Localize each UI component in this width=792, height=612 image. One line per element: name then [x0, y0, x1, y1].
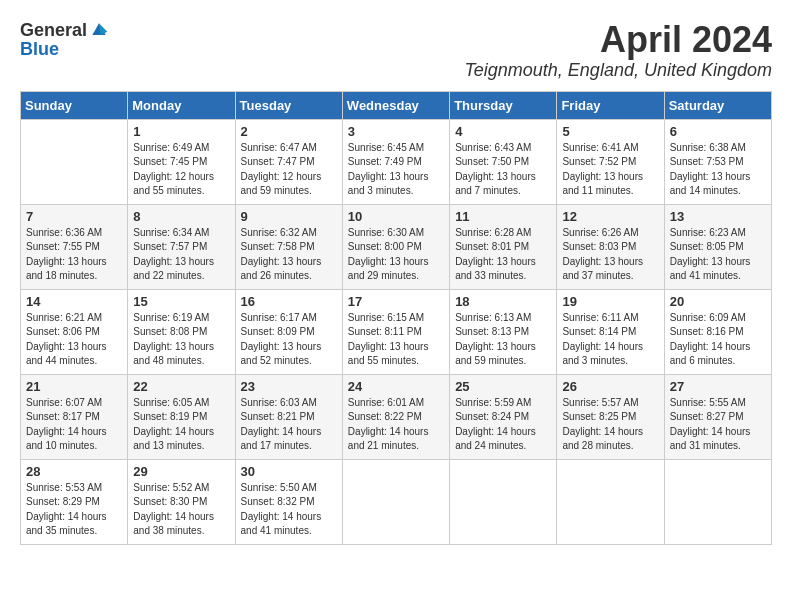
day-number: 26: [562, 379, 658, 394]
cell-content: Sunrise: 6:01 AM Sunset: 8:22 PM Dayligh…: [348, 396, 444, 454]
calendar-cell: 20Sunrise: 6:09 AM Sunset: 8:16 PM Dayli…: [664, 289, 771, 374]
calendar-cell: 11Sunrise: 6:28 AM Sunset: 8:01 PM Dayli…: [450, 204, 557, 289]
day-number: 17: [348, 294, 444, 309]
day-header-sunday: Sunday: [21, 91, 128, 119]
day-number: 13: [670, 209, 766, 224]
day-number: 6: [670, 124, 766, 139]
cell-content: Sunrise: 6:47 AM Sunset: 7:47 PM Dayligh…: [241, 141, 337, 199]
cell-content: Sunrise: 6:43 AM Sunset: 7:50 PM Dayligh…: [455, 141, 551, 199]
cell-content: Sunrise: 6:21 AM Sunset: 8:06 PM Dayligh…: [26, 311, 122, 369]
title-area: April 2024 Teignmouth, England, United K…: [464, 20, 772, 81]
calendar-cell: 2Sunrise: 6:47 AM Sunset: 7:47 PM Daylig…: [235, 119, 342, 204]
calendar-cell: 16Sunrise: 6:17 AM Sunset: 8:09 PM Dayli…: [235, 289, 342, 374]
cell-content: Sunrise: 6:19 AM Sunset: 8:08 PM Dayligh…: [133, 311, 229, 369]
calendar-cell: 12Sunrise: 6:26 AM Sunset: 8:03 PM Dayli…: [557, 204, 664, 289]
calendar-week-5: 28Sunrise: 5:53 AM Sunset: 8:29 PM Dayli…: [21, 459, 772, 544]
day-number: 29: [133, 464, 229, 479]
calendar-cell: 14Sunrise: 6:21 AM Sunset: 8:06 PM Dayli…: [21, 289, 128, 374]
calendar-cell: 4Sunrise: 6:43 AM Sunset: 7:50 PM Daylig…: [450, 119, 557, 204]
calendar-cell: 28Sunrise: 5:53 AM Sunset: 8:29 PM Dayli…: [21, 459, 128, 544]
day-number: 8: [133, 209, 229, 224]
day-number: 1: [133, 124, 229, 139]
day-number: 24: [348, 379, 444, 394]
calendar-cell: 24Sunrise: 6:01 AM Sunset: 8:22 PM Dayli…: [342, 374, 449, 459]
cell-content: Sunrise: 5:53 AM Sunset: 8:29 PM Dayligh…: [26, 481, 122, 539]
calendar-cell: 5Sunrise: 6:41 AM Sunset: 7:52 PM Daylig…: [557, 119, 664, 204]
day-number: 20: [670, 294, 766, 309]
day-number: 21: [26, 379, 122, 394]
calendar-cell: 23Sunrise: 6:03 AM Sunset: 8:21 PM Dayli…: [235, 374, 342, 459]
day-number: 25: [455, 379, 551, 394]
day-number: 10: [348, 209, 444, 224]
calendar-table: SundayMondayTuesdayWednesdayThursdayFrid…: [20, 91, 772, 545]
cell-content: Sunrise: 5:52 AM Sunset: 8:30 PM Dayligh…: [133, 481, 229, 539]
day-number: 22: [133, 379, 229, 394]
cell-content: Sunrise: 5:50 AM Sunset: 8:32 PM Dayligh…: [241, 481, 337, 539]
calendar-cell: 19Sunrise: 6:11 AM Sunset: 8:14 PM Dayli…: [557, 289, 664, 374]
calendar-cell: 21Sunrise: 6:07 AM Sunset: 8:17 PM Dayli…: [21, 374, 128, 459]
day-header-monday: Monday: [128, 91, 235, 119]
cell-content: Sunrise: 6:13 AM Sunset: 8:13 PM Dayligh…: [455, 311, 551, 369]
day-header-thursday: Thursday: [450, 91, 557, 119]
cell-content: Sunrise: 6:09 AM Sunset: 8:16 PM Dayligh…: [670, 311, 766, 369]
day-header-friday: Friday: [557, 91, 664, 119]
day-number: 4: [455, 124, 551, 139]
cell-content: Sunrise: 6:36 AM Sunset: 7:55 PM Dayligh…: [26, 226, 122, 284]
calendar-cell: 9Sunrise: 6:32 AM Sunset: 7:58 PM Daylig…: [235, 204, 342, 289]
cell-content: Sunrise: 6:41 AM Sunset: 7:52 PM Dayligh…: [562, 141, 658, 199]
cell-content: Sunrise: 6:07 AM Sunset: 8:17 PM Dayligh…: [26, 396, 122, 454]
cell-content: Sunrise: 6:45 AM Sunset: 7:49 PM Dayligh…: [348, 141, 444, 199]
day-number: 9: [241, 209, 337, 224]
day-header-wednesday: Wednesday: [342, 91, 449, 119]
calendar-cell: 8Sunrise: 6:34 AM Sunset: 7:57 PM Daylig…: [128, 204, 235, 289]
cell-content: Sunrise: 5:57 AM Sunset: 8:25 PM Dayligh…: [562, 396, 658, 454]
day-header-saturday: Saturday: [664, 91, 771, 119]
calendar-header-row: SundayMondayTuesdayWednesdayThursdayFrid…: [21, 91, 772, 119]
cell-content: Sunrise: 6:11 AM Sunset: 8:14 PM Dayligh…: [562, 311, 658, 369]
cell-content: Sunrise: 5:59 AM Sunset: 8:24 PM Dayligh…: [455, 396, 551, 454]
cell-content: Sunrise: 5:55 AM Sunset: 8:27 PM Dayligh…: [670, 396, 766, 454]
calendar-cell: [450, 459, 557, 544]
cell-content: Sunrise: 6:23 AM Sunset: 8:05 PM Dayligh…: [670, 226, 766, 284]
calendar-week-4: 21Sunrise: 6:07 AM Sunset: 8:17 PM Dayli…: [21, 374, 772, 459]
cell-content: Sunrise: 6:49 AM Sunset: 7:45 PM Dayligh…: [133, 141, 229, 199]
cell-content: Sunrise: 6:28 AM Sunset: 8:01 PM Dayligh…: [455, 226, 551, 284]
day-number: 12: [562, 209, 658, 224]
cell-content: Sunrise: 6:34 AM Sunset: 7:57 PM Dayligh…: [133, 226, 229, 284]
calendar-cell: [21, 119, 128, 204]
day-header-tuesday: Tuesday: [235, 91, 342, 119]
calendar-cell: [557, 459, 664, 544]
location: Teignmouth, England, United Kingdom: [464, 60, 772, 81]
day-number: 11: [455, 209, 551, 224]
calendar-cell: [342, 459, 449, 544]
cell-content: Sunrise: 6:05 AM Sunset: 8:19 PM Dayligh…: [133, 396, 229, 454]
logo-blue: Blue: [20, 39, 59, 59]
calendar-cell: 29Sunrise: 5:52 AM Sunset: 8:30 PM Dayli…: [128, 459, 235, 544]
calendar-week-1: 1Sunrise: 6:49 AM Sunset: 7:45 PM Daylig…: [21, 119, 772, 204]
day-number: 27: [670, 379, 766, 394]
calendar-cell: 26Sunrise: 5:57 AM Sunset: 8:25 PM Dayli…: [557, 374, 664, 459]
logo: General Blue: [20, 20, 109, 59]
calendar-cell: 13Sunrise: 6:23 AM Sunset: 8:05 PM Dayli…: [664, 204, 771, 289]
day-number: 30: [241, 464, 337, 479]
header: General Blue April 2024 Teignmouth, Engl…: [20, 20, 772, 81]
cell-content: Sunrise: 6:03 AM Sunset: 8:21 PM Dayligh…: [241, 396, 337, 454]
cell-content: Sunrise: 6:30 AM Sunset: 8:00 PM Dayligh…: [348, 226, 444, 284]
calendar-cell: 15Sunrise: 6:19 AM Sunset: 8:08 PM Dayli…: [128, 289, 235, 374]
day-number: 28: [26, 464, 122, 479]
calendar-cell: 30Sunrise: 5:50 AM Sunset: 8:32 PM Dayli…: [235, 459, 342, 544]
day-number: 16: [241, 294, 337, 309]
calendar-cell: 3Sunrise: 6:45 AM Sunset: 7:49 PM Daylig…: [342, 119, 449, 204]
calendar-cell: 6Sunrise: 6:38 AM Sunset: 7:53 PM Daylig…: [664, 119, 771, 204]
calendar-cell: 22Sunrise: 6:05 AM Sunset: 8:19 PM Dayli…: [128, 374, 235, 459]
calendar-cell: 1Sunrise: 6:49 AM Sunset: 7:45 PM Daylig…: [128, 119, 235, 204]
cell-content: Sunrise: 6:32 AM Sunset: 7:58 PM Dayligh…: [241, 226, 337, 284]
calendar-body: 1Sunrise: 6:49 AM Sunset: 7:45 PM Daylig…: [21, 119, 772, 544]
cell-content: Sunrise: 6:17 AM Sunset: 8:09 PM Dayligh…: [241, 311, 337, 369]
day-number: 15: [133, 294, 229, 309]
calendar-cell: 18Sunrise: 6:13 AM Sunset: 8:13 PM Dayli…: [450, 289, 557, 374]
day-number: 5: [562, 124, 658, 139]
calendar-cell: [664, 459, 771, 544]
day-number: 7: [26, 209, 122, 224]
day-number: 14: [26, 294, 122, 309]
